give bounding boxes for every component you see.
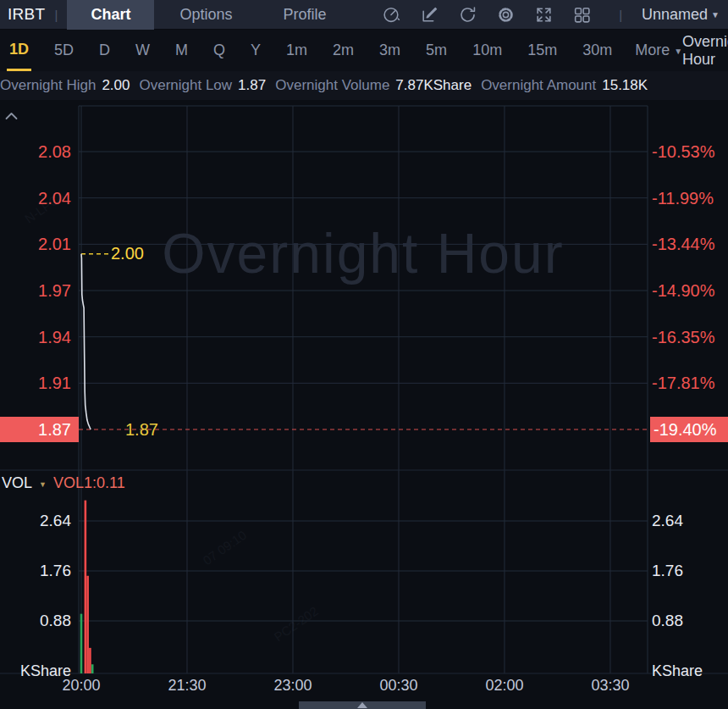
timeframe-m[interactable]: M (173, 30, 190, 71)
divider: | (54, 8, 58, 22)
x-axis-label: 03:30 (585, 677, 636, 695)
stat-label: Overnight Volume (275, 77, 389, 94)
x-axis-label: 20:00 (56, 677, 107, 695)
percent-tick-label: -10.53% (652, 142, 715, 161)
chevron-down-icon: ▼ (711, 10, 720, 19)
volume-indicator-header: VOL ▼ VOL1:0.11 (2, 474, 125, 492)
gauge-icon[interactable] (381, 4, 401, 25)
percent-tick-label: -13.44% (652, 235, 715, 253)
percent-tick-label: -17.81% (652, 374, 715, 392)
volume-tick-label: 2.64 (652, 512, 683, 530)
price-tick-label: 2.08 (0, 142, 71, 161)
stat-item: Overnight Low1.87 (139, 77, 275, 94)
timeframe-y[interactable]: Y (248, 30, 263, 71)
timeframe-bar: 1D5DDWMQY1m2m3m5m10m15m30m More ▼ Overni… (0, 30, 728, 71)
session-stats-bar: Overnight High2.00Overnight Low1.87Overn… (0, 71, 728, 100)
percent-tick-label: -11.99% (652, 189, 714, 208)
tab-chart[interactable]: Chart (67, 0, 154, 30)
stat-label: Overnight Amount (481, 77, 596, 94)
volume-indicator-value: VOL1:0.11 (53, 474, 125, 492)
price-tick-label: 2.01 (0, 235, 71, 253)
layout-grid-icon[interactable] (571, 4, 592, 25)
last-change-axis-badge: -19.40% (650, 417, 728, 442)
timeframe-30m[interactable]: 30m (580, 30, 615, 71)
timeframe-1d[interactable]: 1D (7, 30, 31, 71)
layout-name-menu[interactable]: Unnamed (642, 6, 708, 24)
percent-tick-label: -16.35% (652, 328, 715, 346)
session-label: Overnight Hour (682, 33, 728, 69)
stat-label: Overnight Low (139, 77, 232, 94)
more-label: More (635, 42, 670, 59)
volume-tick-label: 1.76 (0, 562, 71, 580)
trading-app-window: IRBT | Chart Options Profile | (0, 0, 728, 709)
price-tick-label: 1.97 (0, 281, 71, 300)
divider: | (619, 8, 622, 22)
stat-value: 15.18K (602, 77, 648, 94)
timeframe-5d[interactable]: 5D (52, 30, 76, 71)
price-tick-label: 1.91 (0, 374, 71, 392)
chart-canvas[interactable] (0, 100, 728, 709)
stat-value: 2.00 (102, 77, 130, 94)
chevron-down-icon: ▼ (674, 47, 682, 56)
percent-tick-label: -14.90% (652, 281, 715, 300)
timeframe-3m[interactable]: 3m (377, 30, 403, 71)
timeframe-list: 1D5DDWMQY1m2m3m5m10m15m30m (7, 30, 635, 71)
draw-icon[interactable] (419, 4, 439, 25)
timeframe-2m[interactable]: 2m (330, 30, 356, 71)
tab-profile[interactable]: Profile (257, 0, 351, 30)
volume-unit-right: KShare (652, 662, 703, 680)
fullscreen-icon[interactable] (533, 4, 554, 25)
chevron-down-icon[interactable]: ▼ (39, 480, 47, 489)
ticker-symbol[interactable]: IRBT (8, 5, 45, 24)
timeframe-q[interactable]: Q (211, 30, 228, 71)
x-axis-label: 02:00 (479, 677, 530, 695)
high-price-marker-label: 2.00 (111, 244, 144, 263)
refresh-icon[interactable] (457, 4, 477, 25)
chevron-up-icon (357, 702, 367, 708)
volume-bar (89, 648, 91, 673)
stat-item: Overnight Volume7.87KShare (275, 77, 481, 94)
settings-icon[interactable] (495, 4, 516, 25)
stat-label: Overnight High (0, 77, 96, 94)
chart-area: Overnight Hour 1.87 -19.40% 2.00 1.87 VO… (0, 100, 728, 709)
volume-tick-label: 0.88 (0, 612, 71, 630)
session-selector[interactable]: Overnight Hour ▼ (682, 30, 728, 71)
x-axis-label: 21:30 (162, 677, 212, 695)
timeframe-10m[interactable]: 10m (470, 30, 505, 71)
timeframe-5m[interactable]: 5m (423, 30, 449, 71)
volume-indicator-name[interactable]: VOL (2, 474, 32, 492)
volume-bar (80, 614, 83, 673)
timeframe-d[interactable]: D (97, 30, 113, 71)
timeframe-1m[interactable]: 1m (284, 30, 310, 71)
stat-value: 7.87KShare (395, 77, 472, 94)
volume-tick-label: 1.76 (652, 562, 683, 580)
stat-value: 1.87 (238, 77, 266, 94)
tab-options[interactable]: Options (154, 0, 257, 30)
bottom-scrollbar-handle[interactable] (299, 701, 426, 709)
stat-item: Overnight High2.00 (0, 77, 139, 94)
x-axis-label: 00:30 (373, 677, 424, 695)
price-line (81, 254, 91, 429)
x-axis-label: 23:00 (267, 677, 318, 695)
stat-item: Overnight Amount15.18K (481, 77, 657, 94)
price-tick-label: 2.04 (0, 189, 71, 208)
timeframe-15m[interactable]: 15m (525, 30, 560, 71)
volume-tick-label: 2.64 (0, 512, 71, 530)
price-tick-label: 1.94 (0, 328, 71, 346)
last-price-marker-label: 1.87 (125, 420, 158, 440)
top-bar: IRBT | Chart Options Profile | (0, 0, 728, 30)
last-price-axis-badge: 1.87 (0, 417, 79, 442)
volume-bar (85, 501, 87, 673)
volume-tick-label: 0.88 (652, 612, 683, 630)
timeframe-w[interactable]: W (133, 30, 152, 71)
volume-bar (86, 576, 89, 673)
volume-bar (91, 664, 94, 673)
timeframe-more-button[interactable]: More ▼ (635, 30, 682, 71)
